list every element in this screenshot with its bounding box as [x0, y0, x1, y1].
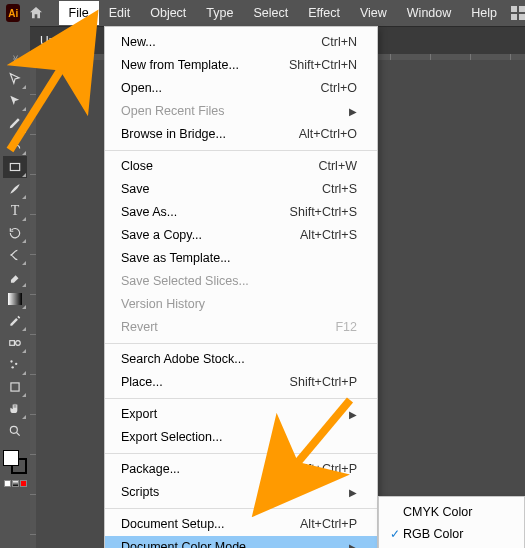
menu-item-save-a-copy[interactable]: Save a Copy...Alt+Ctrl+S [105, 224, 377, 247]
tool-blend[interactable] [3, 332, 27, 354]
menu-item-document-color-mode[interactable]: Document Color Mode▶ [105, 536, 377, 548]
panel-handle[interactable] [0, 54, 30, 62]
menu-select[interactable]: Select [243, 1, 298, 25]
tool-type[interactable]: T [3, 200, 27, 222]
tool-eraser[interactable] [3, 266, 27, 288]
tool-zoom[interactable] [3, 420, 27, 442]
color-mode-rgb-color[interactable]: ✓RGB Color [379, 523, 524, 545]
tool-curvature[interactable] [3, 134, 27, 156]
tool-selection[interactable] [3, 68, 27, 90]
menu-item-place[interactable]: Place...Shift+Ctrl+P [105, 371, 377, 394]
menu-item-export[interactable]: Export▶ [105, 403, 377, 426]
color-mode-cmyk-color[interactable]: CMYK Color [379, 501, 524, 523]
menu-item-document-setup[interactable]: Document Setup...Alt+Ctrl+P [105, 513, 377, 536]
tool-hand[interactable] [3, 398, 27, 420]
menu-item-save-as[interactable]: Save As...Shift+Ctrl+S [105, 201, 377, 224]
svg-point-7 [16, 341, 21, 346]
svg-rect-1 [519, 6, 525, 12]
menu-item-save-as-template[interactable]: Save as Template... [105, 247, 377, 270]
tool-pen[interactable] [3, 112, 27, 134]
tool-rectangle[interactable] [3, 156, 27, 178]
menu-item-package[interactable]: Package...Alt+Shift+Ctrl+P [105, 458, 377, 481]
menu-view[interactable]: View [350, 1, 397, 25]
menu-separator [105, 343, 377, 344]
svg-rect-11 [11, 383, 19, 391]
svg-rect-4 [10, 164, 19, 171]
menu-file[interactable]: File [59, 1, 99, 25]
menu-item-save[interactable]: SaveCtrl+S [105, 178, 377, 201]
menu-separator [105, 398, 377, 399]
menu-effect[interactable]: Effect [298, 1, 350, 25]
menu-item-open[interactable]: Open...Ctrl+O [105, 77, 377, 100]
menu-separator [105, 508, 377, 509]
svg-point-8 [10, 360, 12, 362]
menu-edit[interactable]: Edit [99, 1, 141, 25]
file-menu-dropdown: New...Ctrl+NNew from Template...Shift+Ct… [104, 26, 378, 548]
document-tab[interactable]: Un [40, 34, 55, 48]
menubar: Ai File Edit Object Type Select Effect V… [0, 0, 525, 26]
document-color-mode-submenu: CMYK Color✓RGB Color [378, 496, 525, 548]
svg-rect-2 [511, 14, 517, 20]
app-logo: Ai [6, 4, 20, 22]
svg-rect-0 [511, 6, 517, 12]
menu-window[interactable]: Window [397, 1, 461, 25]
svg-point-12 [10, 426, 17, 433]
menu-help[interactable]: Help [461, 1, 507, 25]
tool-eyedropper[interactable] [3, 310, 27, 332]
menu-separator [105, 453, 377, 454]
submenu-arrow-icon: ▶ [339, 406, 357, 423]
menu-item-search-adobe-stock[interactable]: Search Adobe Stock... [105, 348, 377, 371]
check-icon: ✓ [387, 527, 403, 541]
fill-stroke-swatch[interactable] [3, 450, 27, 474]
workspace-switcher-icon[interactable] [511, 6, 525, 20]
menu-item-scripts[interactable]: Scripts▶ [105, 481, 377, 504]
ruler-vertical [30, 54, 36, 548]
menu-item-close[interactable]: CloseCtrl+W [105, 155, 377, 178]
menu-type[interactable]: Type [196, 1, 243, 25]
tool-rotate[interactable] [3, 222, 27, 244]
submenu-arrow-icon: ▶ [339, 539, 357, 548]
menu-item-version-history: Version History [105, 293, 377, 316]
menu-separator [105, 150, 377, 151]
menu-item-revert: RevertF12 [105, 316, 377, 339]
svg-rect-3 [519, 14, 525, 20]
tool-symbol-sprayer[interactable] [3, 354, 27, 376]
submenu-arrow-icon: ▶ [339, 103, 357, 120]
svg-rect-5 [8, 293, 22, 305]
tool-gradient[interactable] [3, 288, 27, 310]
tool-scissors[interactable] [3, 244, 27, 266]
tool-direct-selection[interactable] [3, 90, 27, 112]
menu-item-browse-in-bridge[interactable]: Browse in Bridge...Alt+Ctrl+O [105, 123, 377, 146]
menu-item-open-recent-files: Open Recent Files▶ [105, 100, 377, 123]
menu-item-save-selected-slices: Save Selected Slices... [105, 270, 377, 293]
submenu-arrow-icon: ▶ [339, 484, 357, 501]
svg-point-9 [15, 363, 17, 365]
menu-object[interactable]: Object [140, 1, 196, 25]
draw-mode-icons[interactable] [4, 480, 27, 487]
menu-item-export-selection[interactable]: Export Selection... [105, 426, 377, 449]
menu-item-new-from-template[interactable]: New from Template...Shift+Ctrl+N [105, 54, 377, 77]
home-icon[interactable] [28, 3, 44, 23]
menu-item-new[interactable]: New...Ctrl+N [105, 31, 377, 54]
tools-panel: T [0, 26, 30, 548]
svg-point-10 [12, 366, 14, 368]
tool-artboard[interactable] [3, 376, 27, 398]
tool-paintbrush[interactable] [3, 178, 27, 200]
svg-rect-6 [10, 341, 15, 346]
